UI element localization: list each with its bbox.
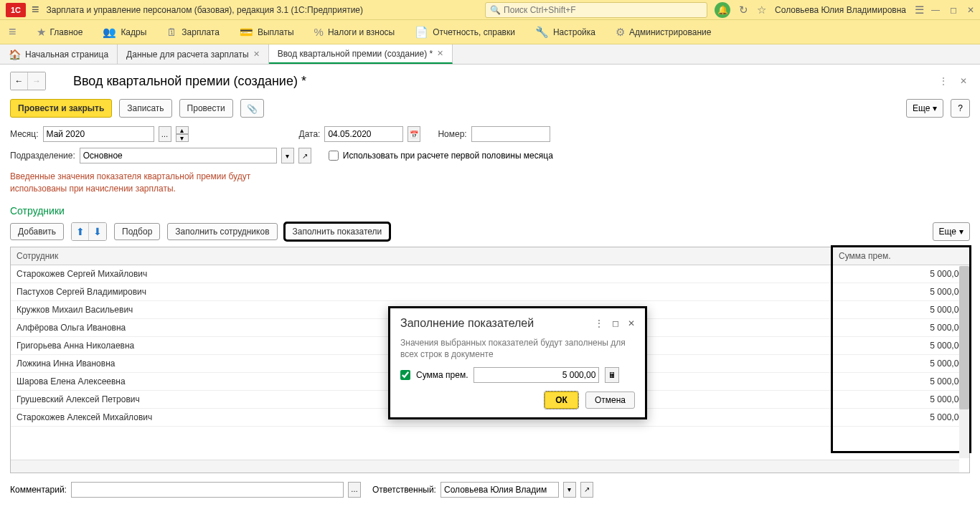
dialog-maximize-icon[interactable]: ◻ xyxy=(612,318,619,328)
subdivision-input[interactable] xyxy=(80,148,277,163)
attach-button[interactable]: 📎 xyxy=(240,99,264,118)
favorite-icon[interactable]: ☆ xyxy=(757,4,766,16)
first-half-checkbox[interactable] xyxy=(329,151,339,161)
cell-sum[interactable]: 5 000,00 xyxy=(833,318,969,336)
wrench-icon: 🔧 xyxy=(535,26,549,39)
history-icon[interactable]: ↻ xyxy=(739,4,748,16)
date-input[interactable] xyxy=(324,126,403,142)
cell-sum[interactable]: 5 000,00 xyxy=(833,372,969,390)
month-select-button[interactable]: … xyxy=(159,126,171,142)
sections-menu-icon[interactable]: ≡ xyxy=(9,24,17,39)
number-input[interactable] xyxy=(471,126,550,142)
nav-label: Главное xyxy=(50,27,83,37)
nav-salary[interactable]: 🗓Зарплата xyxy=(166,26,220,38)
bell-icon[interactable]: 🔔 xyxy=(715,2,730,18)
fill-employees-button[interactable]: Заполнить сотрудников xyxy=(167,223,277,240)
move-down-button[interactable]: ⬇ xyxy=(89,223,106,240)
sum-input[interactable] xyxy=(473,367,599,383)
cell-sum[interactable]: 5 000,00 xyxy=(833,408,969,426)
month-up-button[interactable]: ▴ xyxy=(176,126,189,134)
search-icon: 🔍 xyxy=(490,5,501,15)
cancel-button[interactable]: Отмена xyxy=(585,392,635,409)
cell-sum[interactable]: 5 000,00 xyxy=(833,283,969,300)
tab-bonus[interactable]: Ввод квартальной премии (создание) *✕ xyxy=(269,44,453,64)
settings-lines-icon[interactable]: ☰ xyxy=(915,4,924,16)
comment-select-button[interactable]: … xyxy=(348,482,361,498)
more-button[interactable]: Еще▾ xyxy=(906,99,943,118)
cell-sum[interactable]: 5 000,00 xyxy=(833,336,969,354)
sum-checkbox[interactable] xyxy=(400,370,410,380)
post-button[interactable]: Провести xyxy=(179,99,233,118)
close-icon[interactable]: ✕ xyxy=(437,49,443,58)
subdivision-dropdown-button[interactable]: ▾ xyxy=(281,148,294,163)
cell-sum[interactable]: 5 000,00 xyxy=(833,390,969,408)
maximize-icon[interactable]: ◻ xyxy=(950,5,957,15)
cell-employee[interactable]: Старокожев Сергей Михайлович xyxy=(11,265,833,283)
responsible-input[interactable] xyxy=(440,482,559,498)
help-button[interactable]: ? xyxy=(951,99,970,118)
calendar-button[interactable]: 📅 xyxy=(407,126,420,142)
col-sum[interactable]: Сумма прем. xyxy=(833,247,969,265)
col-employee[interactable]: Сотрудник xyxy=(11,247,833,265)
table-more-button[interactable]: Еще▾ xyxy=(933,222,970,241)
comment-input[interactable] xyxy=(71,482,344,498)
pick-button[interactable]: Подбор xyxy=(114,223,160,240)
sum-label: Сумма прем. xyxy=(416,370,468,380)
cell-sum[interactable]: 5 000,00 xyxy=(833,300,969,318)
close-window-icon[interactable]: ✕ xyxy=(967,5,974,15)
close-icon[interactable]: ✕ xyxy=(253,49,260,59)
chevron-down-icon: ▾ xyxy=(959,227,963,237)
back-button[interactable]: ← xyxy=(11,72,28,90)
tab-label: Данные для расчета зарплаты xyxy=(126,49,249,60)
nav-label: Выплаты xyxy=(258,27,294,37)
page-title: Ввод квартальной премии (создание) * xyxy=(73,74,306,89)
move-up-button[interactable]: ⬆ xyxy=(72,223,89,240)
nav-label: Зарплата xyxy=(182,27,220,37)
nav-label: Кадры xyxy=(121,27,146,37)
month-input[interactable] xyxy=(43,126,154,142)
date-label: Дата: xyxy=(299,129,321,139)
global-search[interactable]: 🔍 xyxy=(485,2,707,18)
month-down-button[interactable]: ▾ xyxy=(176,134,189,142)
dialog-close-icon[interactable]: ✕ xyxy=(628,318,635,328)
titlebar: 1C ≡ Зарплата и управление персоналом (б… xyxy=(0,0,980,20)
nav-main[interactable]: ★Главное xyxy=(37,26,83,39)
write-button[interactable]: Записать xyxy=(119,99,171,118)
page-close-icon[interactable]: ✕ xyxy=(957,75,970,87)
post-close-button[interactable]: Провести и закрыть xyxy=(10,99,112,118)
cell-sum[interactable]: 5 000,00 xyxy=(833,354,969,372)
more-label: Еще xyxy=(939,227,956,237)
nav-admin[interactable]: ⚙Администрирование xyxy=(616,26,711,39)
ok-button[interactable]: ОК xyxy=(545,392,578,409)
add-button[interactable]: Добавить xyxy=(10,223,64,240)
cell-employee[interactable]: Пастухов Сергей Владимирович xyxy=(11,283,833,300)
nav-payments[interactable]: 💳Выплаты xyxy=(240,26,294,39)
calculator-button[interactable]: 🖩 xyxy=(605,367,619,383)
cell-sum[interactable]: 5 000,00 xyxy=(833,265,969,283)
user-name[interactable]: Соловьева Юлия Владимировна xyxy=(775,5,906,15)
tab-calc-data[interactable]: Данные для расчета зарплаты✕ xyxy=(118,44,269,64)
fill-indicators-button[interactable]: Заполнить показатели xyxy=(285,223,390,240)
responsible-open-button[interactable]: ↗ xyxy=(580,482,593,498)
nav-taxes[interactable]: %Налоги и взносы xyxy=(314,26,395,38)
search-input[interactable] xyxy=(504,5,702,15)
forward-button[interactable]: → xyxy=(28,72,45,90)
page-menu-icon[interactable]: ⋮ xyxy=(937,75,950,87)
nav-settings[interactable]: 🔧Настройка xyxy=(535,26,595,39)
table-row[interactable]: Пастухов Сергей Владимирович5 000,00 xyxy=(11,283,969,300)
tab-label: Ввод квартальной премии (создание) * xyxy=(278,49,433,59)
minimize-icon[interactable]: — xyxy=(931,5,940,15)
dialog-menu-icon[interactable]: ⋮ xyxy=(595,318,603,328)
main-menu-icon[interactable]: ≡ xyxy=(32,2,39,17)
calc-icon: 🗓 xyxy=(166,26,177,38)
responsible-dropdown-button[interactable]: ▾ xyxy=(563,482,576,498)
nav-label: Отчетность, справки xyxy=(433,27,515,37)
table-scrollbar[interactable] xyxy=(959,266,969,458)
table-row[interactable]: Старокожев Сергей Михайлович5 000,00 xyxy=(11,265,969,283)
tab-home[interactable]: 🏠Начальная страница xyxy=(0,44,118,64)
info-text: Введенные значения показателя квартально… xyxy=(10,171,283,195)
nav-reports[interactable]: 📄Отчетность, справки xyxy=(415,26,515,39)
employees-section: Сотрудники xyxy=(10,205,970,217)
subdivision-open-button[interactable]: ↗ xyxy=(298,148,311,163)
nav-personnel[interactable]: 👥Кадры xyxy=(103,26,146,39)
